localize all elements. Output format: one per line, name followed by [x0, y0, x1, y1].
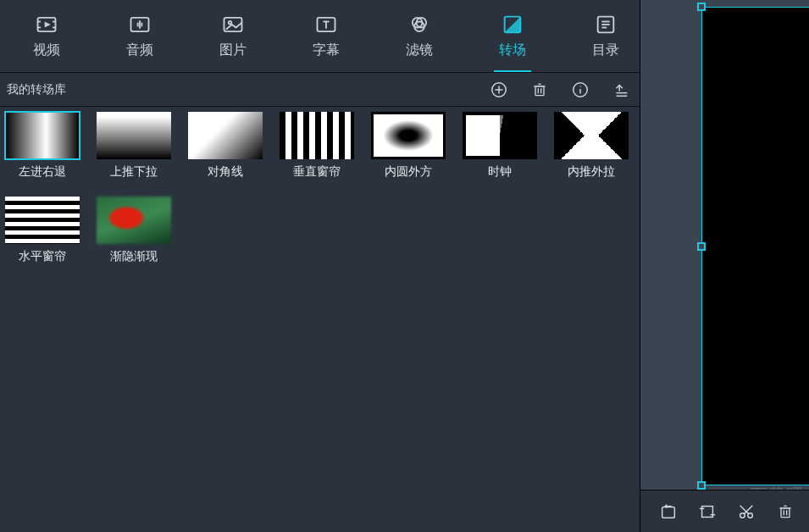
svg-line-47: [744, 505, 752, 513]
svg-point-13: [229, 21, 232, 25]
transition-label: 垂直窗帘: [293, 164, 341, 180]
catalog-icon: [594, 13, 618, 36]
tab-label: 转场: [499, 42, 526, 59]
tab-label: 目录: [592, 42, 619, 59]
collapse-button[interactable]: [611, 80, 631, 100]
transition-item-left-right[interactable]: 左进右退: [5, 112, 80, 180]
tab-label: 图片: [219, 42, 247, 59]
tab-label: 视频: [33, 42, 60, 59]
resize-handle-bottom-left[interactable]: [697, 481, 706, 490]
transition-thumbnail: [371, 112, 446, 159]
svg-point-36: [579, 86, 580, 86]
svg-rect-40: [662, 507, 675, 518]
video-icon: [35, 13, 58, 36]
left-panel: 视频音频图片字幕滤镜转场目录 我的转场库 左进右退上推下拉对角线垂直窗帘内圆外方…: [0, 0, 640, 532]
tab-label: 音频: [126, 42, 153, 59]
transition-thumbnail: [5, 197, 80, 244]
transition-item-diagonal[interactable]: 对角线: [188, 112, 263, 180]
right-panel: 下载吧: [640, 0, 809, 532]
svg-marker-21: [505, 17, 521, 33]
preview-canvas[interactable]: [701, 7, 809, 485]
library-header: 我的转场库: [0, 73, 640, 107]
transition-item-fade[interactable]: 渐隐渐现: [97, 197, 171, 264]
transition-label: 左进右退: [19, 164, 66, 180]
transition-item-vertical-curtain[interactable]: 垂直窗帘: [280, 112, 354, 180]
transition-grid: 左进右退上推下拉对角线垂直窗帘内圆外方时钟内推外拉水平窗帘渐隐渐现: [0, 107, 640, 269]
preview-toolbar: [640, 490, 809, 532]
tab-label: 字幕: [313, 42, 340, 59]
transition-thumbnail: [97, 197, 171, 244]
transition-label: 对角线: [208, 164, 243, 180]
tab-subtitle[interactable]: 字幕: [280, 0, 373, 72]
tab-transition[interactable]: 转场: [466, 0, 559, 72]
tab-catalog[interactable]: 目录: [559, 0, 652, 72]
library-title: 我的转场库: [7, 82, 66, 97]
cut-button[interactable]: [736, 502, 756, 522]
subtitle-icon: [314, 13, 338, 36]
resize-handle-mid-left[interactable]: [697, 242, 706, 251]
svg-rect-49: [781, 507, 790, 517]
delete-button[interactable]: [529, 80, 550, 100]
library-actions: [489, 80, 631, 100]
transition-item-horizontal-curtain[interactable]: 水平窗帘: [5, 197, 80, 264]
export-button[interactable]: [658, 502, 679, 522]
transition-item-inner-push-outer-pull[interactable]: 内推外拉: [554, 112, 629, 180]
tabs: 视频音频图片字幕滤镜转场目录: [0, 0, 640, 73]
info-button[interactable]: [570, 80, 590, 100]
transition-thumbnail: [463, 112, 537, 159]
svg-rect-29: [535, 86, 544, 95]
transition-thumbnail: [554, 112, 629, 159]
transition-thumbnail: [280, 112, 354, 159]
image-icon: [221, 13, 245, 36]
transition-label: 上推下拉: [110, 164, 158, 180]
transition-icon: [501, 13, 524, 36]
transition-item-clock[interactable]: 时钟: [463, 112, 537, 180]
transition-label: 内推外拉: [568, 164, 615, 180]
add-button[interactable]: [489, 80, 509, 100]
crop-button[interactable]: [697, 502, 718, 522]
audio-icon: [128, 13, 152, 36]
svg-rect-42: [702, 506, 713, 517]
transition-label: 渐隐渐现: [110, 249, 158, 264]
transition-item-push-up-down[interactable]: 上推下拉: [97, 112, 171, 180]
tab-video[interactable]: 视频: [0, 0, 93, 72]
transition-label: 水平窗帘: [19, 249, 66, 264]
svg-line-48: [740, 505, 749, 513]
transition-thumbnail: [97, 112, 171, 159]
transition-thumbnail: [188, 112, 263, 159]
transition-label: 内圆外方: [385, 164, 432, 180]
svg-marker-1: [45, 22, 51, 28]
tab-filter[interactable]: 滤镜: [373, 0, 466, 72]
resize-handle-top-left[interactable]: [697, 3, 706, 11]
transition-item-inner-circle-outer-square[interactable]: 内圆外方: [371, 112, 446, 180]
transition-label: 时钟: [488, 164, 512, 180]
tab-audio[interactable]: 音频: [93, 0, 186, 72]
tab-label: 滤镜: [406, 42, 433, 59]
trash-button[interactable]: [775, 502, 795, 522]
filter-icon: [407, 13, 431, 36]
tab-image[interactable]: 图片: [186, 0, 280, 72]
transition-thumbnail: [5, 112, 80, 159]
